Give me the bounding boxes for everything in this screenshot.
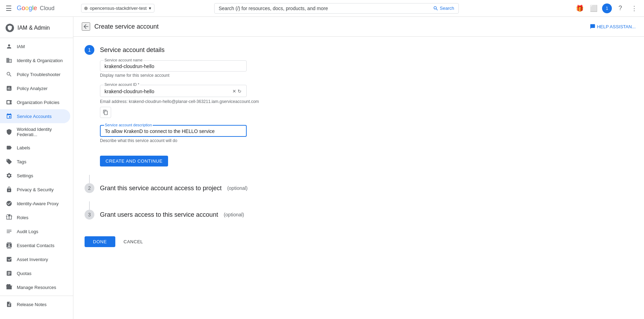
page-title: Create service account <box>94 23 159 30</box>
account-description-wrapper: Service account description <box>100 125 247 137</box>
sidebar-item-quotas[interactable]: Quotas <box>0 266 70 280</box>
step3-section: 3 Grant users access to this service acc… <box>85 210 342 220</box>
org-policy-icon <box>6 99 13 106</box>
search-button[interactable]: Search <box>433 6 454 11</box>
gift-icon[interactable]: 🎁 <box>574 3 585 14</box>
account-description-label: Service account description <box>104 123 153 127</box>
account-name-label: Service account name <box>104 58 143 62</box>
help-icon[interactable]: ? <box>615 3 626 14</box>
account-name-wrapper: Service account name <box>100 60 247 72</box>
sidebar-item-label: Service Accounts <box>17 114 52 119</box>
step2-header: 2 Grant this service account access to p… <box>85 183 342 193</box>
sidebar-item-identity-org[interactable]: Identity & Organization <box>0 53 70 67</box>
step3-header: 3 Grant users access to this service acc… <box>85 210 342 220</box>
create-and-continue-button[interactable]: CREATE AND CONTINUE <box>100 156 168 166</box>
sidebar-item-label: Essential Contacts <box>17 243 55 248</box>
help-assistant-button[interactable]: HELP ASSISTAN... <box>590 24 636 29</box>
terminal-icon[interactable]: ⬜ <box>588 3 599 14</box>
sidebar-item-audit-logs[interactable]: Audit Logs <box>0 224 70 238</box>
refresh-account-id-button[interactable]: ↻ <box>237 88 242 95</box>
clear-account-id-button[interactable]: ✕ <box>232 88 237 95</box>
topbar-left: ☰ Google Cloud <box>4 3 74 14</box>
account-description-input[interactable] <box>105 128 242 134</box>
done-button[interactable]: DONE <box>85 236 115 247</box>
iam-admin-icon <box>6 24 14 32</box>
sidebar-item-privacy-security[interactable]: Privacy & Security <box>0 183 70 196</box>
step1-header: 1 Service account details <box>85 45 342 55</box>
sidebar-item-asset-inventory[interactable]: Asset Inventory <box>0 252 70 266</box>
inventory-icon <box>6 256 13 263</box>
sidebar-item-label: Roles <box>17 215 28 220</box>
sidebar-item-service-accounts[interactable]: Service Accounts <box>0 109 70 123</box>
manage-resources-icon <box>6 284 13 291</box>
cancel-button[interactable]: CANCEL <box>121 236 146 247</box>
account-description-hint: Describe what this service account will … <box>100 138 342 143</box>
more-icon[interactable]: ⋮ <box>629 3 640 14</box>
sidebar-item-roles[interactable]: Roles <box>0 210 70 224</box>
contacts-icon <box>6 242 13 249</box>
sidebar-item-manage-resources[interactable]: Manage Resources <box>0 280 70 294</box>
sidebar-item-label: Identity-Aware Proxy <box>17 201 59 206</box>
project-selector[interactable]: opencensus-stackdriver-test ▾ <box>81 4 154 13</box>
topbar: ☰ Google Cloud opencensus-stackdriver-te… <box>0 0 644 17</box>
step-connector-1 <box>89 175 90 183</box>
step2-section: 2 Grant this service account access to p… <box>85 183 342 193</box>
google-logo: Google <box>17 5 37 12</box>
step3-number: 3 <box>85 210 94 220</box>
account-id-wrapper: Service account ID * ✕ ↻ <box>100 85 247 97</box>
sidebar: IAM & Admin IAM Identity & Organization … <box>0 17 73 319</box>
sidebar-item-label: Workload Identity Federati... <box>17 127 65 137</box>
topbar-right: 🎁 ⬜ 1 ? ⋮ <box>574 3 640 14</box>
sidebar-item-labels[interactable]: Labels <box>0 141 70 155</box>
hamburger-menu[interactable]: ☰ <box>4 3 13 14</box>
sidebar-item-release-notes[interactable]: Release Notes <box>0 297 70 311</box>
settings-icon <box>6 172 13 179</box>
sidebar-item-label: Privacy & Security <box>17 187 53 192</box>
copy-email-button[interactable] <box>100 107 111 118</box>
sidebar-item-policy-analyzer[interactable]: Policy Analyzer <box>0 81 70 95</box>
sidebar-header: IAM & Admin <box>0 20 73 36</box>
account-name-hint: Display name for this service account <box>100 73 342 78</box>
sidebar-item-iam[interactable]: IAM <box>0 39 70 53</box>
step3-subtitle: (optional) <box>224 212 244 217</box>
sidebar-title: IAM & Admin <box>17 25 50 31</box>
sidebar-item-label: Audit Logs <box>17 229 38 234</box>
account-name-input[interactable] <box>104 64 242 69</box>
sidebar-item-tags[interactable]: Tags <box>0 155 70 169</box>
step2-title: Grant this service account access to pro… <box>100 185 222 192</box>
back-button[interactable] <box>82 22 90 31</box>
sidebar-divider <box>0 38 73 38</box>
domain-icon <box>6 57 13 64</box>
chevron-down-icon: ▾ <box>149 6 151 11</box>
page-header: Create service account HELP ASSISTAN... <box>73 17 644 37</box>
step3-title: Grant users access to this service accou… <box>100 211 218 218</box>
user-avatar[interactable]: 1 <box>602 3 612 13</box>
sidebar-item-settings[interactable]: Settings <box>0 169 70 183</box>
sidebar-item-label: Policy Troubleshooter <box>17 72 60 77</box>
sidebar-item-essential-contacts[interactable]: Essential Contacts <box>0 238 70 252</box>
sidebar-item-identity-aware-proxy[interactable]: Identity-Aware Proxy <box>0 196 70 210</box>
account-id-row: ✕ ↻ <box>104 88 242 95</box>
tag-icon <box>6 158 13 165</box>
sidebar-item-org-policies[interactable]: Organization Policies <box>0 95 70 109</box>
sidebar-item-label: Policy Analyzer <box>17 86 48 91</box>
service-accounts-icon <box>6 113 13 120</box>
bottom-buttons: DONE CANCEL <box>85 231 342 253</box>
sidebar-item-workload-identity[interactable]: Workload Identity Federati... <box>0 123 70 141</box>
project-dot <box>84 7 88 10</box>
privacy-icon <box>6 186 13 193</box>
search-input[interactable] <box>219 6 430 11</box>
step1-fields: Service account name Display name for th… <box>100 60 342 166</box>
sidebar-item-label: Labels <box>17 145 30 150</box>
sidebar-item-label: IAM <box>17 44 25 49</box>
sidebar-item-label: Quotas <box>17 271 31 276</box>
logo-area: Google Cloud <box>17 5 55 12</box>
account-id-label: Service account ID * <box>104 82 140 87</box>
account-id-input[interactable] <box>104 89 232 94</box>
step1-title: Service account details <box>100 46 165 54</box>
sidebar-item-policy-troubleshooter[interactable]: Policy Troubleshooter <box>0 67 70 81</box>
policy-troubleshooter-icon <box>6 71 13 78</box>
sidebar-divider-2 <box>0 296 73 296</box>
audit-logs-icon <box>6 228 13 235</box>
roles-icon <box>6 214 13 221</box>
